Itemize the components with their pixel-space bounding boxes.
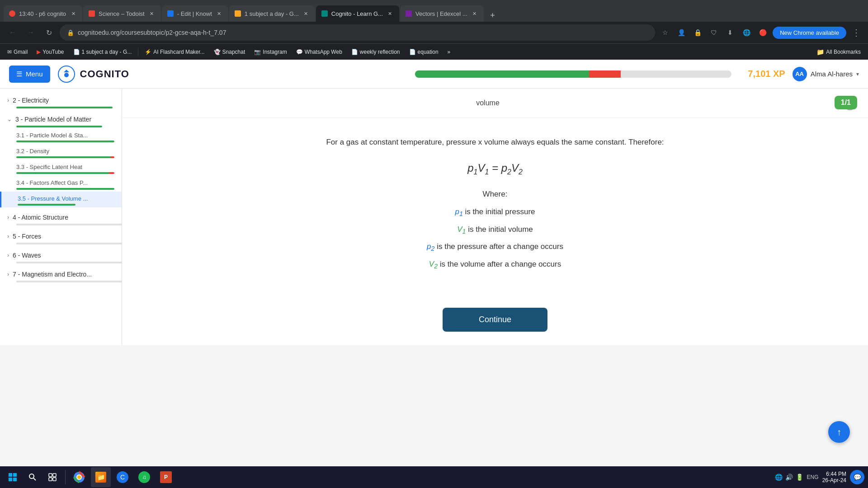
- search-button[interactable]: [24, 468, 42, 486]
- sidebar-item-particle-model[interactable]: ⌄ 3 - Particle Model of Matter: [0, 111, 122, 128]
- back-button[interactable]: ←: [5, 25, 20, 40]
- tab-vectors[interactable]: Vectors | Edexcel ... ✕: [400, 5, 484, 22]
- chevron-right-icon-4: ›: [7, 214, 9, 221]
- sidebar-item-waves[interactable]: › 6 - Waves: [0, 247, 122, 266]
- logo-text: COGNITO: [80, 68, 129, 80]
- bookmark-star-icon[interactable]: ☆: [659, 26, 671, 39]
- sidebar: › 2 - Electricity ⌄ 3 - Particle Model o…: [0, 89, 122, 345]
- chrome-available-button[interactable]: New Chrome available: [773, 27, 846, 39]
- sidebar-section-3-progress: [16, 126, 102, 127]
- taskbar-app-chrome[interactable]: [69, 467, 89, 487]
- sidebar-subitem-3-3[interactable]: 3.3 - Specific Latent Heat: [0, 160, 122, 176]
- sidebar-subitem-3-1-progress: [16, 141, 114, 142]
- tab-bar: 13:40 - p6 cognito ✕ Science – Todoist ✕…: [0, 0, 868, 22]
- tab-close-1[interactable]: ✕: [70, 10, 77, 17]
- taskbar-app-spotify[interactable]: ♫: [134, 467, 154, 487]
- tab-todoist[interactable]: Science – Todoist ✕: [83, 5, 161, 22]
- svg-line-7: [33, 478, 36, 480]
- progress-bar-container: [415, 70, 731, 78]
- new-tab-button[interactable]: +: [486, 9, 499, 22]
- task-view-button[interactable]: [43, 468, 61, 486]
- sidebar-subitem-3-3-label: 3.3 - Specific Latent Heat: [16, 164, 114, 170]
- sidebar-item-electricity[interactable]: › 2 - Electricity: [0, 92, 122, 111]
- menu-button[interactable]: ☰ Menu: [9, 66, 50, 83]
- bookmark-gmail[interactable]: ✉ Gmail: [4, 47, 31, 57]
- description-text: For a gas at constant temperature, press…: [149, 136, 841, 148]
- menu-label: Menu: [26, 70, 43, 78]
- bookmark-subject-day[interactable]: 📄 1 subject a day - G...: [70, 47, 136, 57]
- extension-icon-5[interactable]: 🔴: [756, 26, 769, 39]
- sidebar-subitem-3-4-label: 3.4 - Factors Affect Gas P...: [16, 179, 114, 186]
- xp-badge: 7,101 XP: [748, 69, 785, 79]
- tab-alarm[interactable]: 13:40 - p6 cognito ✕: [4, 5, 82, 22]
- formula-display: p1V1 = p2V2: [149, 162, 841, 176]
- taskbar-app-powerpoint[interactable]: P: [156, 467, 176, 487]
- sidebar-item-forces[interactable]: › 5 - Forces: [0, 228, 122, 247]
- sidebar-item-atomic[interactable]: › 4 - Atomic Structure: [0, 209, 122, 228]
- start-button[interactable]: [4, 468, 22, 486]
- tab-label-2: Science – Todoist: [99, 10, 145, 17]
- chevron-down-icon[interactable]: ▾: [856, 71, 859, 77]
- tab-subject[interactable]: 1 subject a day - G... ✕: [229, 5, 315, 22]
- chevron-right-icon-6: ›: [7, 252, 9, 258]
- continue-section: Continue: [122, 294, 868, 345]
- profile-icon[interactable]: 👤: [675, 26, 688, 39]
- sidebar-subitem-3-2-label: 3.2 - Density: [16, 148, 114, 155]
- continue-button[interactable]: Continue: [443, 308, 547, 332]
- menu-dots-icon[interactable]: ⋮: [850, 26, 863, 39]
- svg-point-14: [77, 475, 81, 479]
- address-input[interactable]: 🔒 cognitoedu.org/coursesubtopic/p2-gcse-…: [60, 24, 655, 41]
- sidebar-subitem-3-5-progress: [18, 204, 75, 206]
- bookmark-whatsapp[interactable]: 💬 WhatsApp Web: [292, 47, 346, 57]
- taskbar-app-chrome-2[interactable]: C: [113, 467, 132, 487]
- content-area: › 2 - Electricity ⌄ 3 - Particle Model o…: [0, 89, 868, 345]
- tab-close-2[interactable]: ✕: [148, 10, 156, 17]
- tab-close-4[interactable]: ✕: [302, 10, 310, 17]
- taskbar-system-icons: 🌐 🔊 🔋: [775, 474, 803, 481]
- tab-close-6[interactable]: ✕: [471, 10, 478, 17]
- powerpoint-icon: P: [160, 471, 172, 483]
- sidebar-subitem-3-2[interactable]: 3.2 - Density: [0, 144, 122, 160]
- forward-button[interactable]: →: [24, 25, 38, 40]
- extension-icon-1[interactable]: 🔒: [691, 26, 704, 39]
- tab-cognito[interactable]: Cognito - Learn G... ✕: [316, 5, 399, 22]
- all-bookmarks[interactable]: 📁 All Bookmarks: [813, 47, 864, 57]
- extension-icon-3[interactable]: ⬇: [724, 26, 736, 39]
- variable-list: p1 is the initial pressure V1 is the ini…: [149, 206, 841, 272]
- bookmark-youtube[interactable]: ▶ YouTube: [33, 47, 67, 57]
- progress-green: [415, 70, 589, 78]
- bookmark-equation[interactable]: 📄 equation: [406, 47, 442, 57]
- network-icon: 🌐: [775, 474, 783, 481]
- bookmarks-more[interactable]: »: [444, 47, 454, 57]
- notification-button[interactable]: 💬: [850, 470, 864, 484]
- page-indicator: 1/1: [835, 96, 857, 109]
- sidebar-subitem-3-5[interactable]: 3.5 - Pressure & Volume ...: [0, 192, 122, 207]
- refresh-button[interactable]: ↻: [42, 25, 56, 40]
- bookmark-snapchat[interactable]: 👻 Snapchat: [210, 47, 249, 57]
- bookmark-reflection[interactable]: 📄 weekly reflection: [348, 47, 404, 57]
- sidebar-subitem-3-2-progress: [16, 156, 114, 158]
- taskbar-time: 6:44 PM 26-Apr-24: [822, 471, 846, 483]
- user-name: Alma Al-hares: [811, 70, 853, 78]
- sidebar-subitem-3-1[interactable]: 3.1 - Particle Model & Sta...: [0, 128, 122, 144]
- bookmark-flashcard[interactable]: ⚡ AI Flashcard Maker...: [141, 47, 208, 57]
- progress-red: [589, 70, 621, 78]
- hamburger-icon: ☰: [16, 70, 22, 78]
- tab-close-3[interactable]: ✕: [216, 10, 223, 17]
- chrome-app-icon: C: [117, 471, 128, 483]
- svg-rect-11: [53, 478, 56, 481]
- tab-knowt[interactable]: - Edit | Knowt ✕: [162, 5, 228, 22]
- scroll-to-top-button[interactable]: ↑: [828, 421, 850, 443]
- tab-close-5[interactable]: ✕: [387, 10, 394, 17]
- svg-rect-10: [49, 478, 52, 481]
- sidebar-subitem-3-3-progress: [16, 172, 114, 174]
- sidebar-subitem-3-4[interactable]: 3.4 - Factors Affect Gas P...: [0, 176, 122, 192]
- extension-icon-4[interactable]: 🌐: [740, 26, 753, 39]
- bookmark-instagram[interactable]: 📷 Instagram: [250, 47, 290, 57]
- taskbar-app-files[interactable]: 📁: [91, 467, 111, 487]
- address-icons: ☆ 👤 🔒 🛡 ⬇ 🌐 🔴: [659, 26, 769, 39]
- extension-icon-2[interactable]: 🛡: [708, 26, 720, 39]
- tab-favicon-6: [406, 10, 412, 17]
- spotify-icon: ♫: [138, 471, 150, 483]
- sidebar-item-magnetism[interactable]: › 7 - Magnetism and Electro...: [0, 266, 122, 285]
